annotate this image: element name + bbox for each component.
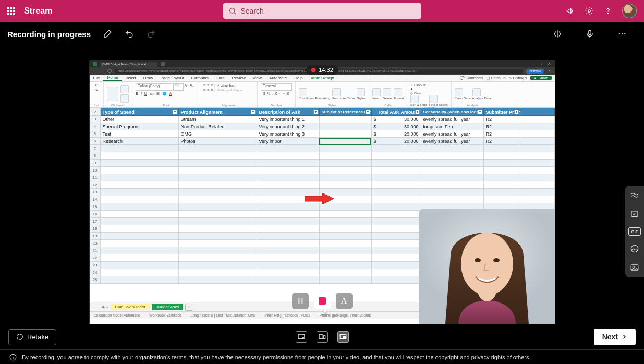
table-row[interactable]: 12 xyxy=(90,181,554,189)
cell[interactable] xyxy=(319,123,371,130)
layout-pip-button[interactable] xyxy=(337,331,349,343)
align-middle-icon[interactable]: ≡ xyxy=(207,83,209,87)
mirror-icon[interactable] xyxy=(550,27,565,41)
settings-gear-icon[interactable] xyxy=(585,6,594,16)
filter-dropdown-icon[interactable]: ▾ xyxy=(415,110,420,114)
cell[interactable]: Very important thing 3 xyxy=(257,130,319,138)
table-row[interactable]: 6 Research Photos Very impor $20,000 eve… xyxy=(90,138,554,145)
sheet-tab-budget[interactable]: Budget Asks xyxy=(152,304,183,310)
col-header[interactable]: Seasonality (when/how long)▾ xyxy=(421,108,483,116)
row-header[interactable]: 16 xyxy=(90,211,100,218)
comma-button[interactable]: , xyxy=(272,92,273,95)
excel-menu-draw[interactable]: Draw xyxy=(140,76,157,80)
row-header[interactable]: 8 xyxy=(90,152,100,160)
number-format-select[interactable]: General xyxy=(261,83,292,91)
align-bottom-icon[interactable]: ≡ xyxy=(211,83,213,87)
cell[interactable]: R2 xyxy=(483,138,520,145)
align-center-icon[interactable]: ≡ xyxy=(207,88,209,92)
row-header[interactable]: 13 xyxy=(90,189,100,196)
border-button[interactable]: ⊞ xyxy=(156,92,160,96)
row-header[interactable]: 9 xyxy=(90,160,100,167)
percent-button[interactable]: % xyxy=(267,92,270,95)
table-row[interactable]: 5 Test OMG Very important thing 3 $20,00… xyxy=(90,130,554,138)
add-sheet-button[interactable]: + xyxy=(185,304,192,311)
col-header[interactable]: Description of Ask▾ xyxy=(257,108,319,116)
excel-editing-mode[interactable]: ✎ Editing ▾ xyxy=(509,76,527,80)
sort-filter-button[interactable] xyxy=(410,95,419,103)
filter-dropdown-icon[interactable]: ▾ xyxy=(251,110,256,114)
cell[interactable]: Very important thing 1 xyxy=(257,116,319,123)
row-header[interactable]: 24 xyxy=(90,269,100,276)
layout-side-button[interactable] xyxy=(317,331,328,343)
row-header[interactable]: 15 xyxy=(90,203,100,211)
undo-icon[interactable]: ↶ xyxy=(95,83,98,88)
nav-back-icon[interactable]: ← xyxy=(93,69,97,74)
excel-menu-file[interactable]: File xyxy=(90,76,104,80)
cell[interactable]: $20,000 xyxy=(371,130,421,138)
cell[interactable]: evenly spread full year xyxy=(421,138,483,145)
fill-button[interactable]: ⬇ xyxy=(410,87,413,91)
col-header[interactable]: Subject of Reference Info (email or othe… xyxy=(319,108,371,116)
workbook-stats-label[interactable]: Workbook Statistics xyxy=(149,313,181,317)
col-header[interactable]: Product Alignment▾ xyxy=(178,108,257,116)
underline-button[interactable]: U xyxy=(144,92,147,96)
autosum-button[interactable]: Σ AutoSum xyxy=(410,83,426,87)
copy-button[interactable] xyxy=(120,94,129,103)
row-header[interactable]: 20 xyxy=(90,240,100,247)
row-header[interactable]: 2 xyxy=(90,108,100,116)
retake-button[interactable]: Retake xyxy=(8,329,56,345)
row-header[interactable]: 14 xyxy=(90,196,100,203)
row-header[interactable]: 6 xyxy=(90,138,100,145)
cell[interactable]: Photos xyxy=(178,138,257,145)
row-header[interactable]: 18 xyxy=(90,225,100,233)
text-tool-button[interactable]: A xyxy=(336,293,353,309)
cell[interactable]: OMG xyxy=(178,130,257,138)
decrease-font-icon[interactable]: A↓ xyxy=(190,83,194,91)
filter-dropdown-icon[interactable]: ▾ xyxy=(173,110,177,114)
filter-dropdown-icon[interactable]: ▾ xyxy=(313,110,318,114)
stop-recording-button[interactable] xyxy=(314,293,331,309)
row-header[interactable]: 22 xyxy=(90,254,100,262)
row-header[interactable]: 4 xyxy=(90,123,100,130)
clear-button[interactable]: ◇ Clear xyxy=(410,91,421,95)
sheet-tab-calc[interactable]: Calc_Worksheet xyxy=(111,304,150,310)
excel-menu-home[interactable]: Home xyxy=(103,75,121,81)
fill-color-button[interactable]: 🪣 xyxy=(162,92,167,96)
row-header[interactable]: 17 xyxy=(90,218,100,225)
window-minimize-button[interactable]: ─ xyxy=(531,62,535,66)
help-icon[interactable] xyxy=(603,6,613,16)
background-icon[interactable] xyxy=(629,243,640,254)
window-maximize-button[interactable]: □ xyxy=(539,62,543,66)
table-row[interactable]: 9 xyxy=(90,160,554,167)
pause-button[interactable] xyxy=(292,293,309,309)
cond-format-button[interactable] xyxy=(299,88,307,96)
table-row[interactable]: 14 xyxy=(90,196,554,203)
row-header[interactable]: 23 xyxy=(90,262,100,269)
app-launcher-button[interactable] xyxy=(0,7,22,15)
excel-menu-table-design[interactable]: Table Design xyxy=(307,76,338,80)
align-top-icon[interactable]: ≡ xyxy=(203,83,205,87)
filter-dropdown-icon[interactable]: ▾ xyxy=(514,110,519,114)
analyze-data-button[interactable] xyxy=(472,88,481,96)
megaphone-icon[interactable] xyxy=(566,6,575,16)
eraser-button[interactable] xyxy=(100,27,115,41)
cell[interactable]: $30,000 xyxy=(371,123,421,130)
delete-cells-button[interactable] xyxy=(383,88,391,96)
cell[interactable]: Very impor xyxy=(257,138,319,145)
redo-button[interactable] xyxy=(144,27,159,41)
undo-button[interactable] xyxy=(122,27,137,41)
excel-menu-insert[interactable]: Insert xyxy=(122,76,140,80)
table-row[interactable]: 8 xyxy=(90,152,554,160)
table-row[interactable]: 11 xyxy=(90,174,554,181)
cell[interactable]: Other xyxy=(100,116,178,123)
align-right-icon[interactable]: ≡ xyxy=(211,88,213,92)
row-header[interactable]: 11 xyxy=(90,174,100,181)
cell[interactable] xyxy=(319,116,371,123)
cell[interactable]: R2 xyxy=(483,123,520,130)
gif-button[interactable]: GIF xyxy=(628,227,641,236)
col-header[interactable]: Type of Spend▾ xyxy=(100,108,178,116)
webcam-overlay[interactable] xyxy=(419,209,555,324)
browser-menu-icon[interactable]: ⋯ xyxy=(547,68,552,74)
refresh-icon[interactable] xyxy=(107,69,112,73)
search-input[interactable]: Search xyxy=(223,3,421,19)
